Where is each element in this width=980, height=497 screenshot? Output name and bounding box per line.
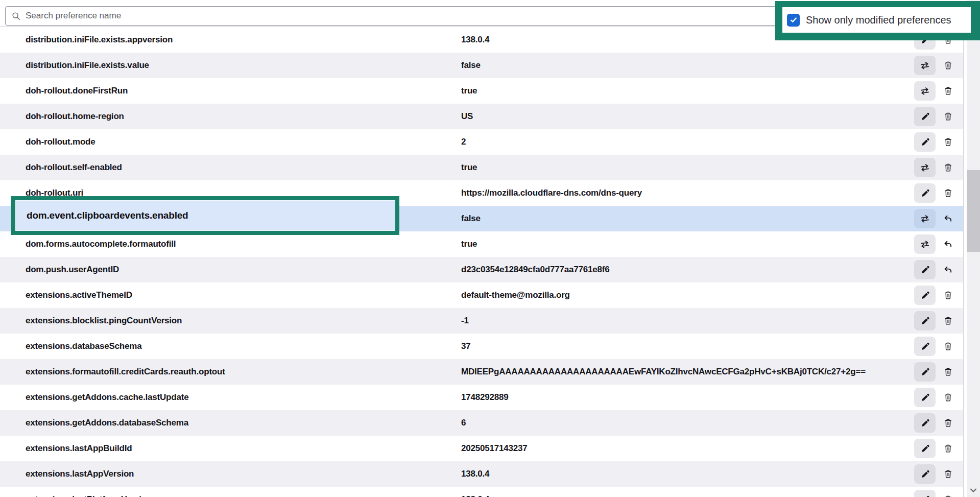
toggle-button[interactable] [914,158,936,177]
trash-icon [944,163,952,172]
show-modified-checkbox[interactable] [787,14,800,27]
pref-value: true [461,162,477,173]
pref-name: extensions.blocklist.pingCountVersion [26,316,182,326]
trash-icon [944,342,952,351]
pref-value: https://mozilla.cloudflare-dns.com/dns-q… [461,188,642,198]
delete-button[interactable] [941,362,955,382]
delete-button[interactable] [941,388,955,407]
pref-row[interactable]: doh-rollout.home-regionUS [0,104,964,129]
pref-row[interactable]: dom.forms.autocomplete.formautofilltrue [0,231,964,257]
toggle-button[interactable] [914,209,936,228]
edit-button[interactable] [914,464,936,484]
pref-row[interactable]: extensions.getAddons.databaseSchema6 [0,410,964,436]
pref-name: extensions.lastAppVersion [26,469,134,479]
edit-button[interactable] [914,132,936,152]
toggle-icon [920,61,930,70]
pref-value: 20250517143237 [461,443,528,454]
pref-row[interactable]: dom.push.userAgentIDd23c0354e12849cfa0d7… [0,257,964,282]
pref-row[interactable]: extensions.lastAppVersion138.0.4 [0,461,964,487]
filter-annotation-box: Show only modified preferences [775,1,980,40]
delete-button[interactable] [941,56,955,75]
pencil-icon [921,342,929,351]
pref-name: distribution.iniFile.exists.value [26,60,149,70]
pref-name: distribution.iniFile.exists.appversion [26,35,173,45]
edit-button[interactable] [914,311,936,330]
pref-name: extensions.activeThemeID [26,290,132,300]
toggle-button[interactable] [914,234,936,254]
pencil-icon [921,112,929,121]
delete-button[interactable] [941,464,955,484]
trash-icon [944,469,952,479]
edit-button[interactable] [914,260,936,279]
pencil-icon [921,266,929,274]
trash-icon [944,444,952,453]
pref-row[interactable]: extensions.blocklist.pingCountVersion-1 [0,308,964,334]
reset-button[interactable] [941,234,955,254]
delete-button[interactable] [941,158,955,177]
toggle-button[interactable] [914,56,936,75]
edit-button[interactable] [914,388,936,407]
toggle-button[interactable] [914,81,936,101]
pref-value: 138.0.4 [461,494,489,497]
edit-button[interactable] [914,413,936,433]
pref-value: MDIEEPgAAAAAAAAAAAAAAAAAAAAAEwFAYIKoZIhv… [461,367,866,377]
delete-button[interactable] [941,311,955,330]
delete-button[interactable] [941,81,955,101]
scrollbar[interactable] [967,0,980,497]
pencil-icon [921,189,929,198]
edit-button[interactable] [914,286,936,305]
pref-row[interactable]: doh-rollout.self-enabledtrue [0,155,964,180]
edit-button[interactable] [914,183,936,203]
delete-button[interactable] [941,490,955,497]
delete-button[interactable] [941,107,955,126]
edit-button[interactable] [914,337,936,356]
pref-row[interactable]: doh-rollout.mode2 [0,129,964,155]
pref-value: 2 [461,137,466,147]
pref-row[interactable]: extensions.databaseSchema37 [0,334,964,359]
edit-button[interactable] [914,362,936,382]
pref-row[interactable]: doh-rollout.doneFirstRuntrue [0,78,964,104]
undo-icon [943,215,952,223]
trash-icon [944,291,952,300]
pref-name: doh-rollout.doneFirstRun [26,86,128,96]
pref-name: extensions.getAddons.databaseSchema [26,418,188,428]
pref-name: extensions.getAddons.cache.lastUpdate [26,392,188,403]
pencil-icon [921,444,929,453]
pref-row[interactable]: extensions.getAddons.cache.lastUpdate174… [0,385,964,410]
pencil-icon [921,495,929,497]
pencil-icon [921,317,929,325]
pencil-icon [921,291,929,300]
trash-icon [944,61,952,70]
toggle-icon [920,87,930,96]
pref-name: extensions.databaseSchema [26,341,141,351]
edit-button[interactable] [914,107,936,126]
delete-button[interactable] [941,439,955,458]
pref-row[interactable]: extensions.lastPlatformVersion138.0.4 [0,487,964,497]
pref-row[interactable]: extensions.activeThemeIDdefault-theme@mo… [0,282,964,308]
delete-button[interactable] [941,337,955,356]
trash-icon [944,188,952,198]
pref-name: doh-rollout.self-enabled [26,162,122,173]
delete-button[interactable] [941,183,955,203]
pencil-icon [921,393,929,402]
delete-button[interactable] [941,413,955,433]
pref-row[interactable]: distribution.iniFile.exists.valuefalse [0,53,964,78]
trash-icon [944,86,952,96]
pref-value: 6 [461,418,466,428]
chevron-down-icon[interactable] [970,487,977,494]
show-modified-label[interactable]: Show only modified preferences [806,14,951,26]
edit-button[interactable] [914,439,936,458]
pref-value: default-theme@mozilla.org [461,290,570,300]
edit-button[interactable] [914,490,936,497]
delete-button[interactable] [941,286,955,305]
scrollbar-thumb[interactable] [967,170,980,252]
pencil-icon [921,470,929,479]
pref-row[interactable]: extensions.formautofill.creditCards.reau… [0,359,964,385]
reset-button[interactable] [941,260,955,279]
pref-row[interactable]: extensions.lastAppBuildId20250517143237 [0,436,964,461]
pref-value: 138.0.4 [461,469,489,479]
delete-button[interactable] [941,132,955,152]
toggle-icon [920,163,930,172]
reset-button[interactable] [941,209,955,228]
toggle-icon [920,240,930,249]
